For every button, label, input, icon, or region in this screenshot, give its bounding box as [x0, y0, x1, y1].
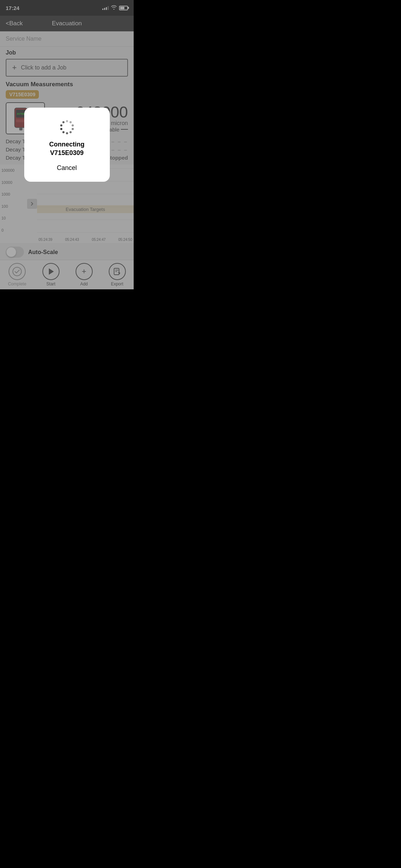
svg-point-14: [70, 121, 72, 123]
spinner: [59, 119, 75, 135]
svg-point-13: [66, 120, 68, 122]
modal-title: Connecting V715E0309: [33, 140, 101, 157]
connecting-modal: Connecting V715E0309 Cancel: [24, 108, 110, 182]
svg-point-15: [72, 124, 74, 126]
svg-point-22: [62, 121, 65, 123]
svg-point-20: [60, 128, 62, 130]
modal-overlay: Connecting V715E0309 Cancel: [0, 0, 134, 289]
modal-cancel-button[interactable]: Cancel: [57, 163, 77, 173]
svg-point-21: [60, 124, 62, 126]
svg-point-16: [72, 128, 74, 130]
spinner-icon: [59, 119, 75, 135]
svg-point-18: [66, 132, 68, 134]
svg-point-17: [70, 131, 72, 133]
svg-point-19: [62, 131, 65, 133]
